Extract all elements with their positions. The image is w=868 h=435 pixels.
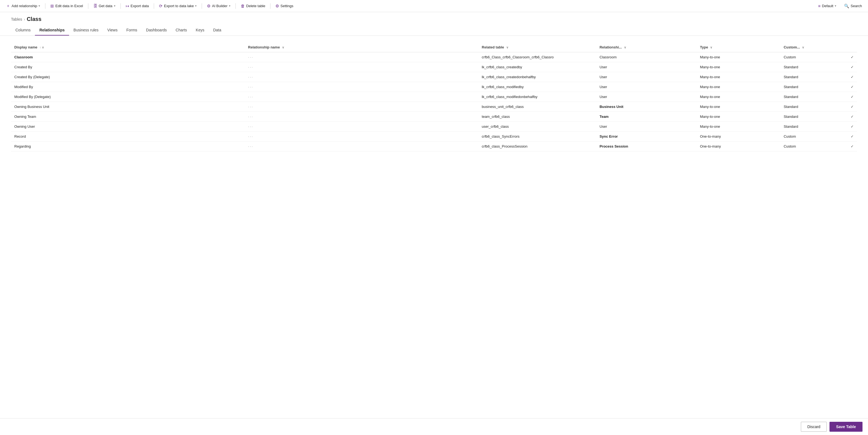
cell-related-table: User	[596, 72, 696, 82]
relationships-table: Display name ↑ ∨ Relationship name ∨ Rel…	[11, 42, 857, 151]
col-header-related-table[interactable]: Related table ∨	[478, 42, 596, 52]
cell-display-name: Owning Business Unit	[11, 102, 245, 112]
tab-business-rules[interactable]: Business rules	[69, 25, 103, 35]
tab-data[interactable]: Data	[209, 25, 226, 35]
table-row: Created By···lk_crfb6_class_createdbyUse…	[11, 62, 857, 72]
add-relationship-button[interactable]: ＋ Add relationship ▾	[3, 2, 43, 10]
checkmark-icon: ✓	[851, 105, 854, 109]
table-row: Record···crfb6_class_SyncErrorsSync Erro…	[11, 132, 857, 142]
cell-type: Standard	[780, 62, 847, 72]
breadcrumb: Tables › Class	[0, 12, 868, 22]
breadcrumb-current: Class	[27, 16, 41, 22]
ai-builder-chevron-icon: ▾	[229, 4, 230, 8]
trash-icon: 🗑	[241, 4, 245, 8]
tab-keys[interactable]: Keys	[191, 25, 209, 35]
row-context-menu[interactable]: ···	[245, 132, 479, 142]
tab-charts[interactable]: Charts	[171, 25, 191, 35]
export-data-label: Export data	[131, 4, 149, 8]
cell-relationship-name: crfb6_class_ProcessSession	[478, 142, 596, 151]
checkmark-icon: ✓	[851, 95, 854, 99]
col-header-custom[interactable]: Custom... ∨	[780, 42, 847, 52]
cell-relationship-name: team_crfb6_class	[478, 112, 596, 122]
cell-relationship-type: One-to-many	[696, 132, 780, 142]
cell-type: Standard	[780, 82, 847, 92]
cell-relationship-type: Many-to-one	[696, 62, 780, 72]
cell-relationship-name: lk_crfb6_class_createdby	[478, 62, 596, 72]
col-header-relationship-type[interactable]: Relationshi... ∨	[596, 42, 696, 52]
row-context-menu[interactable]: ···	[245, 52, 479, 62]
display-name-value: Record	[14, 134, 26, 139]
cell-custom: ✓	[847, 112, 857, 122]
delete-table-button[interactable]: 🗑 Delete table	[238, 2, 268, 9]
cell-relationship-type: Many-to-one	[696, 92, 780, 102]
table-row: Owning Business Unit···business_unit_crf…	[11, 102, 857, 112]
table-row: Created By (Delegate)···lk_crfb6_class_c…	[11, 72, 857, 82]
display-name-value: Classroom	[14, 55, 33, 59]
cell-relationship-type: One-to-many	[696, 142, 780, 151]
tab-columns[interactable]: Columns	[11, 25, 35, 35]
default-button[interactable]: ≡ Default ▾	[815, 2, 839, 9]
row-context-menu[interactable]: ···	[245, 92, 479, 102]
col-header-type[interactable]: Type ∨	[696, 42, 780, 52]
row-context-menu[interactable]: ···	[245, 72, 479, 82]
cell-display-name: Modified By (Delegate)	[11, 92, 245, 102]
table-row: Classroom···crfb6_Class_crfb6_Classroom_…	[11, 52, 857, 62]
cell-display-name: Owning Team	[11, 112, 245, 122]
delete-table-label: Delete table	[246, 4, 265, 8]
row-context-menu[interactable]: ···	[245, 82, 479, 92]
edit-excel-label: Edit data in Excel	[55, 4, 83, 8]
tab-views[interactable]: Views	[103, 25, 122, 35]
row-context-menu[interactable]: ···	[245, 102, 479, 112]
display-name-value: Modified By	[14, 85, 33, 89]
cell-type: Standard	[780, 92, 847, 102]
cell-related-table: Business Unit	[596, 102, 696, 112]
tab-relationships[interactable]: Relationships	[35, 25, 69, 35]
export-data-button[interactable]: ↦ Export data	[123, 2, 152, 10]
lake-icon: ⟳	[159, 4, 163, 8]
main-content: Display name ↑ ∨ Relationship name ∨ Rel…	[0, 36, 868, 158]
separator-4	[154, 3, 154, 9]
export-lake-label: Export to data lake	[164, 4, 194, 8]
tab-forms[interactable]: Forms	[122, 25, 142, 35]
cell-custom: ✓	[847, 52, 857, 62]
get-data-chevron-icon: ▾	[114, 4, 116, 8]
breadcrumb-tables[interactable]: Tables	[11, 17, 22, 22]
row-context-menu[interactable]: ···	[245, 122, 479, 132]
display-name-value: Created By	[14, 65, 32, 69]
export-lake-button[interactable]: ⟳ Export to data lake ▾	[156, 2, 199, 10]
row-context-menu[interactable]: ···	[245, 142, 479, 151]
cell-custom: ✓	[847, 132, 857, 142]
search-label: Search	[851, 4, 862, 8]
cell-relationship-name: business_unit_crfb6_class	[478, 102, 596, 112]
cell-related-table: Classroom	[596, 52, 696, 62]
export-icon: ↦	[126, 4, 129, 8]
toolbar: ＋ Add relationship ▾ ⊞ Edit data in Exce…	[0, 0, 868, 12]
database-icon: 🗄	[93, 4, 97, 8]
cell-relationship-type: Many-to-one	[696, 52, 780, 62]
cell-type: Custom	[780, 142, 847, 151]
search-button[interactable]: 🔍 Search	[841, 2, 865, 10]
edit-excel-button[interactable]: ⊞ Edit data in Excel	[48, 2, 86, 10]
separator-1	[45, 3, 45, 9]
row-context-menu[interactable]: ···	[245, 62, 479, 72]
excel-icon: ⊞	[50, 4, 54, 8]
table-row: Modified By (Delegate)···lk_crfb6_class_…	[11, 92, 857, 102]
add-relationship-label: Add relationship	[11, 4, 37, 8]
cell-custom: ✓	[847, 122, 857, 132]
col-header-relationship-name[interactable]: Relationship name ∨	[245, 42, 479, 52]
get-data-label: Get data	[99, 4, 113, 8]
sort-icon-related: ∨	[506, 46, 508, 49]
settings-button[interactable]: ⚙ Settings	[273, 2, 296, 10]
cell-related-table: User	[596, 92, 696, 102]
tab-dashboards[interactable]: Dashboards	[142, 25, 172, 35]
cell-relationship-name: lk_crfb6_class_createdonbehalfby	[478, 72, 596, 82]
row-context-menu[interactable]: ···	[245, 112, 479, 122]
get-data-button[interactable]: 🗄 Get data ▾	[91, 2, 118, 9]
sort-icon-custom: ∨	[802, 46, 804, 49]
ai-builder-button[interactable]: ⚙ AI Builder ▾	[204, 2, 233, 10]
default-chevron-icon: ▾	[835, 4, 836, 8]
display-name-value: Owning Business Unit	[14, 105, 49, 109]
separator-6	[236, 3, 236, 9]
col-header-display-name[interactable]: Display name ↑ ∨	[11, 42, 245, 52]
cell-related-table: Process Session	[596, 142, 696, 151]
